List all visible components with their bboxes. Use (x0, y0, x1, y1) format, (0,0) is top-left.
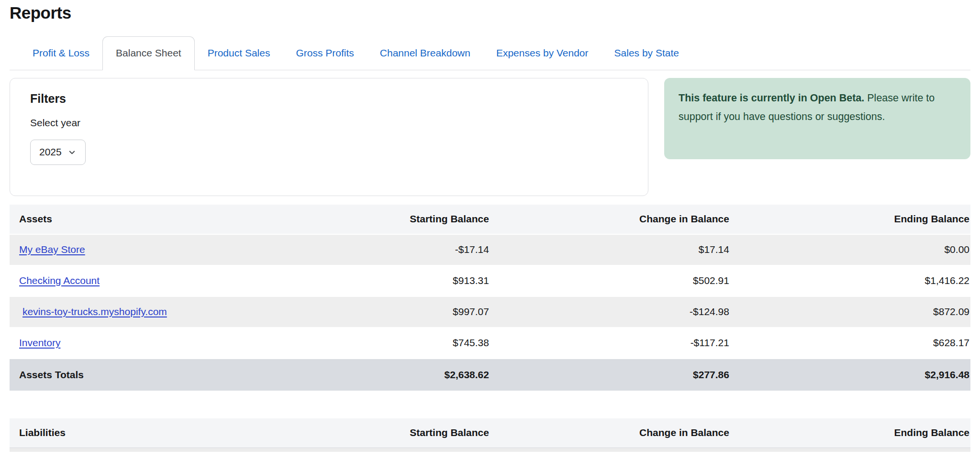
starting-balance-value: $745.38 (298, 328, 490, 359)
liabilities-header-row: Liabilities Starting Balance Change in B… (10, 418, 970, 448)
tab-profit-and-loss[interactable]: Profit & Loss (20, 36, 102, 70)
starting-balance-column-header: Starting Balance (298, 418, 490, 448)
change-in-balance-value: $502.91 (490, 265, 730, 296)
tab-expenses-by-vendor[interactable]: Expenses by Vendor (483, 36, 601, 70)
assets-column-header: Assets (10, 205, 298, 234)
assets-header-row: Assets Starting Balance Change in Balanc… (10, 205, 970, 234)
change-in-balance-value: $17.14 (490, 234, 730, 265)
filters-card: Filters Select year 2025 (10, 78, 648, 196)
starting-balance-column-header: Starting Balance (298, 205, 490, 234)
table-row: Checking Account $913.31 $502.91 $1,416.… (10, 265, 970, 296)
totals-ending-balance: $2,916.48 (730, 359, 970, 391)
tab-sales-by-state[interactable]: Sales by State (601, 36, 692, 70)
tab-product-sales[interactable]: Product Sales (195, 36, 283, 70)
account-link-shopify-store[interactable]: kevins-toy-trucks.myshopify.com (22, 306, 167, 317)
page-title: Reports (10, 4, 970, 22)
chevron-down-icon (67, 148, 77, 157)
table-row: Inventory $745.38 -$117.21 $628.17 (10, 328, 970, 359)
ending-balance-value: $1,416.22 (730, 265, 970, 296)
starting-balance-value: $997.07 (298, 296, 490, 328)
change-in-balance-column-header: Change in Balance (490, 418, 730, 448)
ending-balance-column-header: Ending Balance (730, 418, 970, 448)
table-row: kevins-toy-trucks.myshopify.com $997.07 … (10, 296, 970, 328)
account-link-my-ebay-store[interactable]: My eBay Store (19, 244, 85, 255)
filters-heading: Filters (30, 92, 648, 106)
tab-balance-sheet[interactable]: Balance Sheet (102, 36, 195, 70)
change-in-balance-column-header: Change in Balance (490, 205, 730, 234)
change-in-balance-value: -$117.21 (490, 328, 730, 359)
tab-gross-profits[interactable]: Gross Profits (283, 36, 367, 70)
ending-balance-value: $0.00 (730, 234, 970, 265)
assets-table: Assets Starting Balance Change in Balanc… (10, 205, 970, 391)
liabilities-table: Liabilities Starting Balance Change in B… (10, 418, 970, 448)
select-year-label: Select year (30, 117, 648, 129)
clipped-table-row (10, 448, 970, 452)
account-link-checking-account[interactable]: Checking Account (19, 275, 100, 286)
ending-balance-column-header: Ending Balance (730, 205, 970, 234)
account-link-inventory[interactable]: Inventory (19, 337, 60, 348)
change-in-balance-value: -$124.98 (490, 296, 730, 328)
filters-and-notice-row: Filters Select year 2025 This feature is… (10, 78, 970, 196)
beta-notice-banner: This feature is currently in Open Beta. … (664, 78, 970, 159)
report-tabs: Profit & Loss Balance Sheet Product Sale… (10, 36, 970, 70)
totals-change-in-balance: $277.86 (490, 359, 730, 391)
liabilities-column-header: Liabilities (10, 418, 298, 448)
assets-totals-label: Assets Totals (10, 359, 298, 391)
assets-totals-row: Assets Totals $2,638.62 $277.86 $2,916.4… (10, 359, 970, 391)
beta-notice-bold-text: This feature is currently in Open Beta. (679, 92, 864, 104)
tab-channel-breakdown[interactable]: Channel Breakdown (367, 36, 483, 70)
ending-balance-value: $872.09 (730, 296, 970, 328)
ending-balance-value: $628.17 (730, 328, 970, 359)
year-select-value: 2025 (39, 146, 62, 158)
year-select[interactable]: 2025 (30, 140, 86, 165)
totals-starting-balance: $2,638.62 (298, 359, 490, 391)
starting-balance-value: -$17.14 (298, 234, 490, 265)
starting-balance-value: $913.31 (298, 265, 490, 296)
table-row: My eBay Store -$17.14 $17.14 $0.00 (10, 234, 970, 265)
reports-page: Reports Profit & Loss Balance Sheet Prod… (0, 4, 980, 452)
